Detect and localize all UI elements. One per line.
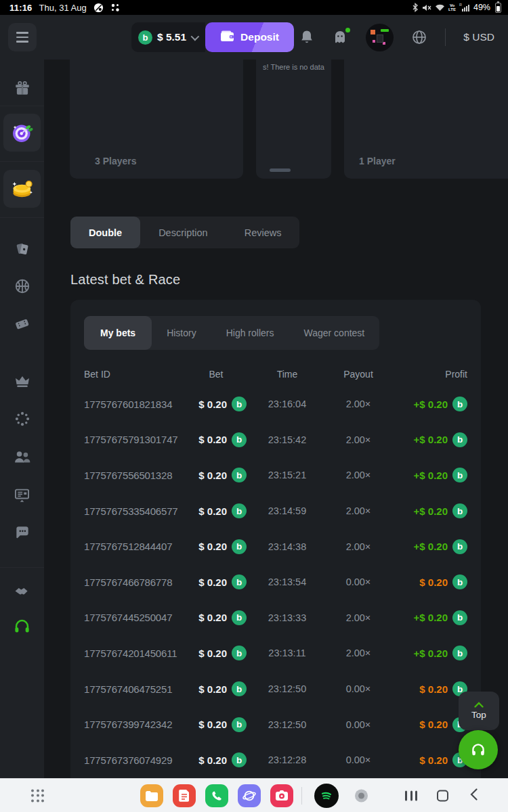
table-row[interactable]: 1775767376074929 $ 0.20 b 23:12:28 0.00×…	[84, 742, 467, 778]
bet-payout: 2.00×	[328, 541, 389, 552]
table-row[interactable]: 1775767601821834 $ 0.20 b 23:16:04 2.00×…	[84, 386, 467, 422]
table-row[interactable]: 1775767399742342 $ 0.20 b 23:12:50 0.00×…	[84, 706, 467, 742]
scroll-to-top-button[interactable]: Top	[459, 692, 499, 730]
bet-time: 23:12:50	[247, 683, 328, 694]
menu-button[interactable]	[8, 23, 37, 51]
bonus-wheel-icon[interactable]	[0, 410, 44, 428]
volte-indicator: VoLTE	[448, 3, 456, 12]
app-recent-icon[interactable]	[355, 789, 368, 802]
game-card-left[interactable]: 3 Players	[70, 60, 243, 179]
game-card-middle[interactable]: s! There is no data	[256, 60, 331, 179]
news-media-icon[interactable]	[0, 486, 44, 504]
bet-time: 23:14:59	[247, 505, 328, 516]
coin-icon: b	[452, 646, 467, 660]
recent-game-coins-icon[interactable]	[3, 170, 41, 208]
bet-id: 1775767399742342	[84, 719, 184, 730]
table-row[interactable]: 17757675335406577 $ 0.20 b 23:14:59 2.00…	[84, 493, 467, 529]
coin-icon: b	[452, 397, 467, 411]
horizontal-scrollbar[interactable]	[270, 168, 291, 172]
notification-circle-icon	[93, 3, 104, 13]
coin-icon: b	[232, 646, 247, 660]
balance-selector[interactable]: b $ 5.51	[131, 22, 205, 52]
support-headphones-icon[interactable]	[0, 617, 44, 635]
coin-icon: b	[452, 432, 467, 447]
app-camera-icon[interactable]	[270, 784, 293, 807]
table-row[interactable]: 17757674201450611 $ 0.20 b 23:13:11 2.00…	[84, 635, 467, 671]
nav-home-button[interactable]	[437, 790, 448, 801]
recent-game-classic-dice-icon[interactable]	[3, 114, 41, 152]
bet-payout: 2.00×	[328, 612, 389, 623]
bet-id: 1775767466786778	[84, 577, 184, 588]
bet-amount: $ 0.20 b	[186, 468, 247, 482]
forum-chat-icon[interactable]	[0, 524, 44, 541]
coin-icon: b	[452, 468, 467, 482]
more-notifications-dots-icon	[110, 3, 120, 12]
app-browser-icon[interactable]	[238, 784, 261, 807]
app-files-icon[interactable]	[140, 784, 163, 807]
lottery-ticket-icon[interactable]	[0, 315, 44, 333]
avatar[interactable]	[366, 24, 394, 51]
col-payout: Payout	[328, 369, 389, 380]
notifications-bell-icon[interactable]	[299, 29, 314, 45]
bet-profit: $ 0.20 b	[389, 752, 467, 767]
deposit-label: Deposit	[240, 31, 279, 43]
bet-time: 23:12:50	[247, 719, 328, 730]
bet-amount: $ 0.20 b	[186, 717, 247, 732]
bet-id: 17757675791301747	[84, 434, 184, 445]
bet-profit: +$ 0.20 b	[389, 503, 467, 518]
coin-icon: b	[452, 539, 467, 554]
table-row[interactable]: 1775767512844407 $ 0.20 b 23:14:38 2.00×…	[84, 528, 467, 564]
balance-amount: $ 5.51	[157, 31, 186, 43]
screen: 11:16 Thu, 31 Aug VoLTE R 49%	[0, 0, 508, 812]
bet-time: 23:15:42	[247, 434, 328, 445]
table-row[interactable]: 1775767556501328 $ 0.20 b 23:15:21 2.00×…	[84, 457, 467, 493]
tab-high-rollers[interactable]: High rollers	[211, 316, 289, 350]
table-row[interactable]: 1775767466786778 $ 0.20 b 23:13:54 0.00×…	[84, 564, 467, 600]
bets-table-header: Bet ID Bet Time Payout Profit	[84, 367, 467, 381]
vip-crown-icon[interactable]	[0, 372, 44, 390]
tab-double[interactable]: Double	[70, 217, 140, 248]
affiliate-people-icon[interactable]	[0, 448, 44, 466]
bet-time: 23:13:33	[247, 612, 328, 623]
status-date: Thu, 31 Aug	[39, 3, 87, 13]
tab-description[interactable]: Description	[140, 217, 226, 248]
coin-icon: b	[232, 432, 247, 447]
language-globe-icon[interactable]	[411, 29, 427, 45]
bets-table-body: 1775767601821834 $ 0.20 b 23:16:04 2.00×…	[84, 386, 467, 778]
sports-basketball-icon[interactable]	[0, 277, 44, 295]
bet-profit: $ 0.20 b	[389, 681, 467, 696]
chat-ghost-icon[interactable]	[332, 29, 348, 45]
tab-wager-contest[interactable]: Wager contest	[289, 316, 380, 350]
bet-id: 1775767512844407	[84, 541, 184, 552]
app-drawer-icon[interactable]	[31, 789, 44, 802]
coin-icon: b	[232, 681, 247, 696]
sponsorship-handshake-icon[interactable]	[0, 581, 44, 600]
game-card-right[interactable]: 1 Player	[344, 60, 508, 179]
deposit-button[interactable]: Deposit	[205, 22, 294, 52]
battery-icon	[495, 3, 501, 13]
table-row[interactable]: 17757675791301747 $ 0.20 b 23:15:42 2.00…	[84, 422, 467, 458]
app-spotify-icon[interactable]	[314, 784, 339, 808]
nav-recents-button[interactable]	[405, 790, 417, 800]
table-row[interactable]: 1775767406475251 $ 0.20 b 23:12:50 0.00×…	[84, 671, 467, 707]
nav-back-button[interactable]	[470, 788, 478, 803]
bet-payout: 2.00×	[328, 648, 389, 658]
table-row[interactable]: 1775767445250047 $ 0.20 b 23:13:33 2.00×…	[84, 600, 467, 636]
tab-reviews[interactable]: Reviews	[226, 217, 300, 248]
app-phone-icon[interactable]	[205, 784, 228, 807]
coin-icon: b	[138, 30, 152, 45]
app-notes-icon[interactable]	[173, 784, 196, 807]
tab-my-bets[interactable]: My bets	[84, 316, 152, 350]
coin-icon: b	[232, 717, 247, 732]
bet-amount: $ 0.20 b	[186, 646, 247, 660]
bet-time: 23:14:38	[247, 541, 328, 552]
bonus-gift-icon[interactable]	[0, 80, 44, 97]
chevron-up-icon	[474, 702, 484, 708]
currency-selector[interactable]: $ USD	[463, 31, 494, 43]
coin-icon: b	[232, 539, 247, 554]
bet-profit: +$ 0.20 b	[389, 432, 467, 447]
casino-cards-icon[interactable]	[0, 240, 44, 258]
live-support-button[interactable]	[459, 730, 498, 769]
coin-icon: b	[232, 397, 247, 411]
tab-history[interactable]: History	[152, 316, 211, 350]
